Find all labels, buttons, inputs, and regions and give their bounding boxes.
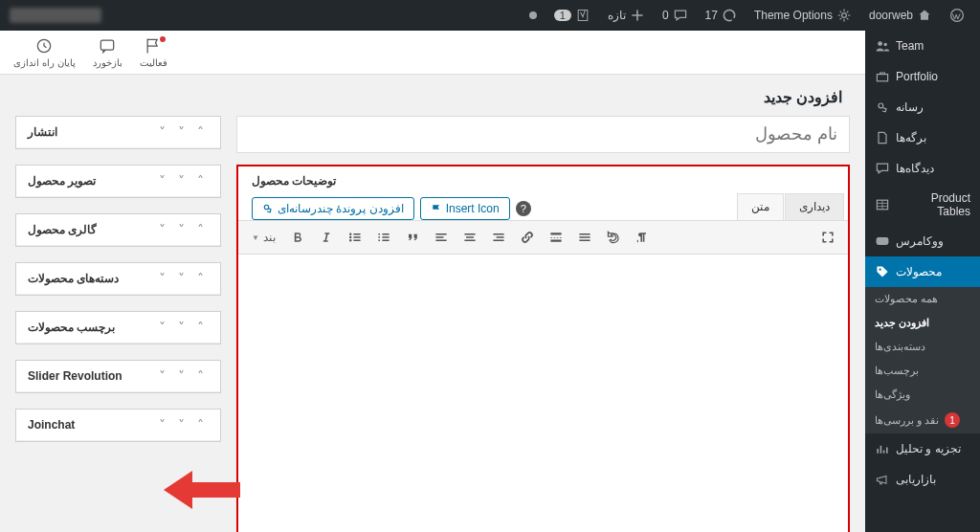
align-center-button[interactable] bbox=[457, 225, 482, 250]
bold-button[interactable] bbox=[285, 225, 310, 250]
submenu-all-products[interactable]: همه محصولات bbox=[865, 287, 980, 311]
move-down-icon[interactable]: ˅ bbox=[172, 417, 189, 432]
product-title-input[interactable] bbox=[236, 116, 850, 153]
submenu-add-new[interactable]: افزودن جدید bbox=[865, 311, 980, 335]
collapse-icon[interactable]: ˅ bbox=[153, 320, 170, 335]
products-submenu: همه محصولات افزودن جدید دسته‌بندی‌ها برچ… bbox=[865, 287, 980, 433]
collapse-icon[interactable]: ˅ bbox=[153, 124, 170, 140]
svg-point-2 bbox=[878, 41, 882, 46]
adminbar-howdy-blur[interactable]: howdy user bbox=[10, 8, 101, 23]
paragraph-format-select[interactable]: بند bbox=[246, 229, 281, 246]
submenu-reviews[interactable]: 1نقد و بررسی‌ها bbox=[865, 407, 980, 433]
flag-mini-icon bbox=[431, 203, 442, 214]
ol-button[interactable] bbox=[371, 225, 396, 250]
toolbar-activity[interactable]: فعالیت bbox=[140, 36, 167, 68]
move-down-icon[interactable]: ˅ bbox=[172, 320, 189, 335]
readmore-button[interactable] bbox=[544, 225, 568, 250]
submenu-categories[interactable]: دسته‌بندی‌ها bbox=[865, 335, 980, 359]
clock-icon bbox=[34, 36, 54, 55]
sidebar-item-team[interactable]: Team bbox=[865, 31, 980, 61]
adminbar-comments-count: 0 bbox=[662, 9, 669, 22]
add-media-button[interactable]: افزودن پروندهٔ چندرسانه‌ای bbox=[252, 197, 414, 220]
sidebar-item-media[interactable]: رسانه bbox=[865, 92, 980, 122]
editor-content-area[interactable] bbox=[238, 255, 848, 484]
editor-toolbar: بند bbox=[238, 221, 848, 255]
content-wrap: فعالیت بازخورد پایان راه اندازی افزودن ج… bbox=[0, 31, 865, 532]
adminbar-new[interactable]: تازه bbox=[602, 0, 651, 31]
toolbar-finish-setup[interactable]: پایان راه اندازی bbox=[13, 36, 76, 68]
blockquote-button[interactable] bbox=[400, 225, 425, 250]
editor-tabs: دیداری متن bbox=[737, 193, 844, 220]
sidebar-item-portfolio[interactable]: Portfolio bbox=[865, 61, 980, 92]
page-icon bbox=[875, 130, 890, 145]
megaphone-icon bbox=[875, 472, 890, 487]
adminbar-home[interactable]: doorweb bbox=[863, 0, 938, 31]
admin-bar: doorweb Theme Options 17 0 تازه 1 howdy … bbox=[0, 0, 980, 31]
ul-button[interactable] bbox=[343, 225, 368, 250]
media-icon bbox=[875, 100, 890, 115]
home-icon bbox=[917, 8, 932, 23]
adminbar-updates[interactable]: 17 bbox=[700, 0, 743, 31]
chat-icon bbox=[98, 36, 117, 55]
comment-icon bbox=[875, 161, 890, 176]
sidebar-item-pages[interactable]: برگه‌ها bbox=[865, 122, 980, 153]
align-left-button[interactable] bbox=[429, 225, 454, 250]
undo-button[interactable] bbox=[601, 225, 626, 250]
move-up-icon[interactable]: ˄ bbox=[191, 320, 209, 335]
help-icon[interactable]: ? bbox=[516, 201, 531, 216]
align-right-button[interactable] bbox=[486, 225, 511, 250]
collapse-icon[interactable]: ˅ bbox=[153, 271, 170, 286]
move-down-icon[interactable]: ˅ bbox=[172, 368, 189, 384]
gear-icon bbox=[836, 8, 852, 23]
media-mini-icon bbox=[262, 203, 274, 214]
align-justify-button[interactable] bbox=[572, 225, 597, 250]
sidebar-item-comments[interactable]: دیدگاه‌ها bbox=[865, 153, 980, 184]
adminbar-bullet[interactable] bbox=[523, 0, 543, 31]
adminbar-notif[interactable]: 1 bbox=[548, 0, 596, 31]
move-up-icon[interactable]: ˄ bbox=[191, 368, 209, 384]
metabox-product-gallery: ˄˅˅گالری محصول bbox=[15, 213, 221, 247]
local-toolbar: فعالیت بازخورد پایان راه اندازی bbox=[0, 31, 865, 75]
move-up-icon[interactable]: ˄ bbox=[191, 417, 209, 432]
move-up-icon[interactable]: ˄ bbox=[191, 222, 209, 237]
move-up-icon[interactable]: ˄ bbox=[191, 271, 209, 286]
collapse-icon[interactable]: ˅ bbox=[153, 173, 170, 188]
fullscreen-button[interactable] bbox=[815, 225, 840, 250]
collapse-icon[interactable]: ˅ bbox=[153, 368, 170, 384]
tab-visual[interactable]: دیداری bbox=[785, 193, 844, 220]
sidebar-item-woocommerce[interactable]: ووکامرس bbox=[865, 226, 980, 256]
move-down-icon[interactable]: ˅ bbox=[172, 222, 189, 237]
move-down-icon[interactable]: ˅ bbox=[172, 124, 189, 140]
metabox-product-categories: ˄˅˅دسته‌های محصولات bbox=[15, 262, 221, 296]
collapse-icon[interactable]: ˅ bbox=[153, 222, 170, 237]
sidebar-item-product-tables[interactable]: Product Tables bbox=[865, 184, 980, 226]
insert-icon-button[interactable]: Insert Icon bbox=[420, 197, 510, 220]
sidebar-item-marketing[interactable]: بازاریابی bbox=[865, 464, 980, 495]
adminbar-comments[interactable]: 0 bbox=[657, 0, 694, 31]
page-head: افزودن جدید bbox=[0, 75, 865, 116]
sidebar-item-products[interactable]: محصولات bbox=[865, 256, 980, 287]
submenu-attributes[interactable]: ویژگی‌ها bbox=[865, 383, 980, 407]
collapse-icon[interactable]: ˅ bbox=[153, 417, 170, 432]
link-button[interactable] bbox=[515, 225, 540, 250]
woo-icon bbox=[875, 233, 890, 249]
flag-icon bbox=[144, 36, 163, 55]
move-up-icon[interactable]: ˄ bbox=[191, 173, 209, 188]
svg-point-12 bbox=[349, 233, 351, 235]
svg-point-8 bbox=[879, 268, 880, 270]
svg-point-13 bbox=[349, 236, 351, 238]
svg-point-3 bbox=[883, 43, 887, 47]
tab-text[interactable]: متن bbox=[737, 193, 784, 220]
submenu-tags[interactable]: برچسب‌ها bbox=[865, 359, 980, 383]
move-up-icon[interactable]: ˄ bbox=[191, 124, 209, 140]
move-down-icon[interactable]: ˅ bbox=[172, 271, 189, 286]
move-down-icon[interactable]: ˅ bbox=[172, 173, 189, 188]
update-icon bbox=[722, 8, 737, 23]
sidebar-item-analytics[interactable]: تجزیه و تحلیل bbox=[865, 433, 980, 464]
paragraph-dir-button[interactable] bbox=[630, 225, 655, 250]
adminbar-updates-count: 17 bbox=[705, 9, 718, 22]
adminbar-wp-logo[interactable] bbox=[944, 0, 970, 31]
toolbar-feedback[interactable]: بازخورد bbox=[93, 36, 122, 68]
adminbar-theme-options[interactable]: Theme Options bbox=[748, 0, 858, 31]
italic-button[interactable] bbox=[314, 225, 339, 250]
